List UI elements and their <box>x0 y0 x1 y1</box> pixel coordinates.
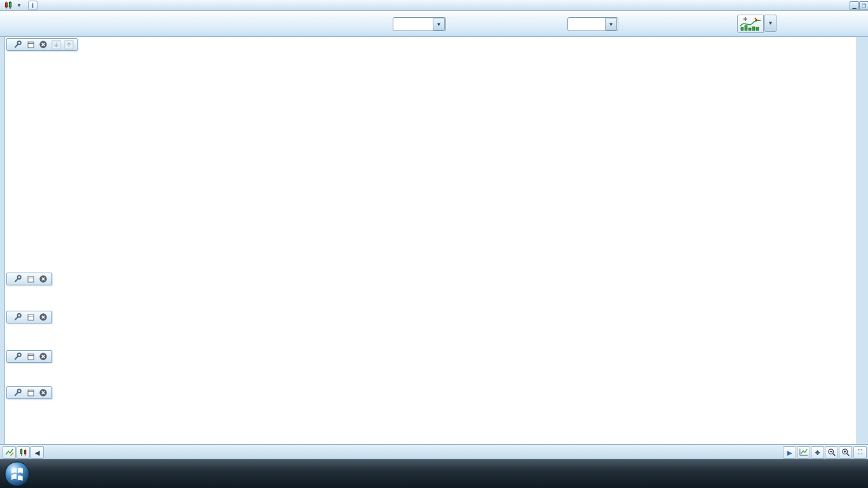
windows-taskbar: ▴ <box>0 459 868 488</box>
chart-canvas[interactable] <box>5 37 829 444</box>
rsi-detach-window-icon[interactable] <box>25 388 36 398</box>
price-move-up-icon[interactable] <box>64 40 74 50</box>
stochastic-panel-tab[interactable] <box>6 350 52 363</box>
timeframe-dropdown[interactable]: ▼ <box>567 17 618 31</box>
fit-screen-button[interactable]: ⛶ <box>853 446 867 459</box>
start-button[interactable] <box>4 461 31 488</box>
indicator-dropdown-arrow[interactable]: ▼ <box>764 15 776 32</box>
chart-status-bar: ◀ ▶ ✥ ⛶ <box>0 444 868 459</box>
volume-close-icon[interactable] <box>38 274 48 284</box>
volume-detach-window-icon[interactable] <box>25 274 36 284</box>
price-detach-window-icon[interactable] <box>25 40 36 50</box>
rsi-settings-wrench-icon[interactable] <box>13 388 23 398</box>
macd-close-icon[interactable] <box>38 313 48 322</box>
zoom-in-button[interactable] <box>839 446 852 459</box>
app-titlebar: ▼ i <box>0 0 868 11</box>
chart-settings-button[interactable] <box>3 446 16 459</box>
drawing-toolbar: ▼ ▼ ▼ <box>0 11 868 37</box>
macd-panel-tab[interactable] <box>6 311 52 323</box>
minimize-button[interactable]: ▁ <box>850 1 859 10</box>
macd-settings-wrench-icon[interactable] <box>13 313 23 322</box>
volume-panel-tab[interactable] <box>6 273 52 285</box>
price-close-icon[interactable] <box>38 40 48 50</box>
units-dropdown-arrow[interactable]: ▼ <box>433 18 445 30</box>
history-back-button[interactable]: ◀ <box>31 446 44 459</box>
stochastic-close-icon[interactable] <box>38 352 48 362</box>
price-move-down-icon[interactable] <box>51 40 61 50</box>
instrument-dropdown-arrow[interactable]: ▼ <box>17 3 22 8</box>
price-panel-tab[interactable] <box>6 38 78 51</box>
add-indicator-button[interactable] <box>737 15 764 33</box>
indicator-button-group: ▼ <box>737 15 777 33</box>
units-dropdown[interactable]: ▼ <box>393 17 446 31</box>
desktop-screen: ▼ i ▁ ❐ ▼ ▼ ▼ <box>0 0 868 488</box>
volume-settings-wrench-icon[interactable] <box>13 274 23 284</box>
pan-tool-button[interactable]: ✥ <box>811 446 824 459</box>
rsi-close-icon[interactable] <box>38 388 48 398</box>
info-icon[interactable]: i <box>28 1 37 10</box>
right-window-strip <box>857 37 868 444</box>
stochastic-detach-window-icon[interactable] <box>25 352 36 362</box>
restore-button[interactable]: ❐ <box>859 1 868 10</box>
display-mode-button[interactable] <box>17 446 30 459</box>
macd-detach-window-icon[interactable] <box>25 313 36 322</box>
zoom-out-button[interactable] <box>825 446 838 459</box>
left-window-strip <box>0 37 5 444</box>
play-forward-button[interactable]: ▶ <box>783 446 796 459</box>
stochastic-settings-wrench-icon[interactable] <box>13 352 23 362</box>
instrument-candles-icon <box>3 1 13 10</box>
price-settings-wrench-icon[interactable] <box>13 40 23 50</box>
timeframe-dropdown-arrow[interactable]: ▼ <box>605 18 617 30</box>
auto-scale-button[interactable] <box>797 446 810 459</box>
rsi-panel-tab[interactable] <box>6 386 52 399</box>
